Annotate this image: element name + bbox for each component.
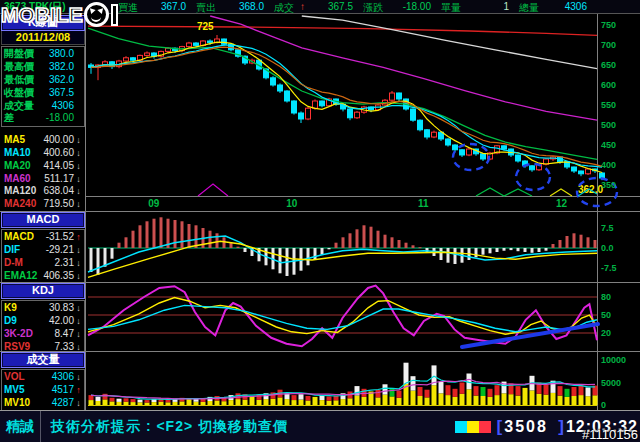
- code-bracket-left: [: [497, 417, 503, 437]
- bottom-marker: [198, 184, 228, 196]
- axis-tick-label: 600: [601, 80, 616, 90]
- axis-tick-label: 550: [601, 100, 616, 110]
- ma240-line: [88, 26, 597, 35]
- status-bar: 精誠 技術分析提示 : <F2> 切換移動查價 [ 3508 ] 12:03:3…: [0, 410, 640, 442]
- quote-field-label: 成交: [274, 1, 294, 15]
- quote-field-label: 漲跌: [363, 1, 383, 15]
- macd-histogram: [90, 217, 597, 276]
- bottom-marker: [550, 189, 572, 196]
- charts-canvas[interactable]: 725362.0: [0, 0, 640, 442]
- axis-tick-label: 10000: [601, 355, 626, 365]
- axis-tick-label: 5000: [601, 378, 621, 388]
- month-axis-label: 10: [286, 198, 297, 209]
- quote-field-label: 單量: [441, 1, 461, 15]
- axis-tick-label: 500: [601, 120, 616, 130]
- trading-app-window: 3673 TPK(日) 買進367.0賣出368.0成交↑367.5漲跌-18.…: [0, 0, 640, 442]
- axis-tick-label: -7.5: [601, 263, 617, 273]
- legend-swatches: [455, 421, 491, 433]
- quote-field-label: 賣出: [196, 1, 216, 15]
- axis-tick-label: 50: [601, 310, 611, 320]
- peak-price-label: 725: [197, 21, 214, 32]
- axis-tick-label: 400: [601, 160, 616, 170]
- quote-field-value: 4306: [547, 1, 587, 15]
- quote-field-value: 368.0: [224, 1, 264, 15]
- legend-swatch: [467, 421, 479, 433]
- quote-field-value: 367.0: [146, 1, 186, 15]
- axis-tick-label: 650: [601, 60, 616, 70]
- stock-code-input[interactable]: 3508: [504, 418, 556, 436]
- axis-tick-label: 0.0: [601, 243, 614, 253]
- axis-tick-label: 350: [601, 180, 616, 190]
- axis-tick-label: 0: [601, 400, 606, 410]
- quote-field-label: 買進: [118, 1, 138, 15]
- bottom-marker: [476, 188, 532, 196]
- axis-tick-label: 80: [601, 292, 611, 302]
- legend-swatch: [479, 421, 491, 433]
- quote-field-label: 總量: [519, 1, 539, 15]
- axis-tick-label: 20: [601, 328, 611, 338]
- hand-drawn-trendline-annotation: [462, 324, 598, 347]
- forum-watermark-id: #1110156: [582, 427, 638, 442]
- legend-swatch: [455, 421, 467, 433]
- ma120-line: [302, 16, 597, 69]
- quote-field-value: 1: [469, 1, 509, 15]
- f2-hint-text: 技術分析提示 : <F2> 切換移動查價: [51, 418, 288, 436]
- code-bracket-right: ]: [558, 417, 564, 437]
- month-axis-label: 12: [556, 198, 567, 209]
- axis-tick-label: 7.5: [601, 223, 614, 233]
- month-axis-label: 09: [148, 198, 159, 209]
- month-axis-label: 11: [418, 198, 429, 209]
- ma20-line: [88, 28, 597, 159]
- quote-field-value: -18.00: [391, 1, 431, 15]
- quote-field-value: 367.5: [313, 1, 353, 15]
- price-direction-arrow-icon: ↑: [300, 1, 305, 15]
- axis-tick-label: 700: [601, 40, 616, 50]
- axis-tick-label: 750: [601, 20, 616, 30]
- vendor-brand: 精誠: [0, 411, 41, 442]
- quote-fields: 買進367.0賣出368.0成交↑367.5漲跌-18.00單量1總量4306: [108, 1, 587, 15]
- axis-tick-label: 450: [601, 140, 616, 150]
- candlestick-series: [89, 35, 605, 180]
